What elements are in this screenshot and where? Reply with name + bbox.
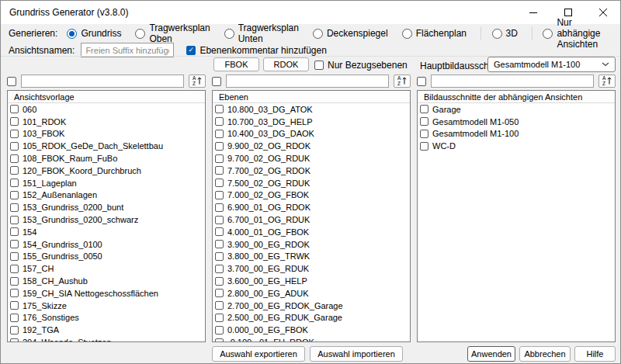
item-checkbox[interactable] [215,227,224,236]
item-checkbox[interactable] [10,227,19,236]
item-checkbox[interactable] [215,179,224,187]
main-crop-dropdown[interactable]: Gesamtmodell M1-100 [487,57,616,72]
item-checkbox[interactable] [10,166,19,175]
list-item[interactable]: 3.700_00_EG_RDUK [213,262,410,275]
item-checkbox[interactable] [10,142,19,151]
level-comment-checkbox[interactable]: Ebenenkommentar hinzufügen [186,45,326,56]
list-item[interactable]: 151_Lageplan [8,177,205,189]
item-checkbox[interactable] [215,265,224,273]
list-item[interactable]: -0.100_-01_FU_RDOK [213,336,410,341]
select-all-checkbox[interactable] [212,77,221,86]
radio-grundriss[interactable]: Grundriss [67,28,121,39]
item-checkbox[interactable] [10,277,19,286]
item-checkbox[interactable] [215,166,224,175]
item-checkbox[interactable] [10,179,19,187]
select-all-checkbox[interactable] [417,77,426,86]
checkbox-box[interactable] [314,61,324,70]
list-item[interactable]: 2.800_00_EG_ADUK [213,287,410,300]
list-item[interactable]: 176_Sonstiges [8,312,205,324]
list-item[interactable]: 103_FBOK [8,128,205,140]
list-item[interactable]: 7.700_02_OG_RDOK [213,165,410,177]
rdok-button[interactable]: RDOK [263,57,309,71]
item-checkbox[interactable] [10,216,19,224]
list-item[interactable]: 7.500_02_OG_RDUK [213,177,410,189]
item-checkbox[interactable] [215,142,224,151]
list-item[interactable]: 10.700_03_DG_HELP [213,116,410,128]
item-checkbox[interactable] [10,130,19,138]
filter-input[interactable] [431,75,594,88]
list-item[interactable]: 10.400_03_DG_DAOK [213,128,410,140]
list-item[interactable]: Garage [418,103,615,116]
cancel-button[interactable]: Abbrechen [519,346,571,362]
list-item[interactable]: 154_Grundriss_0100 [8,238,205,251]
list-item[interactable]: 10.800_03_DG_ATOK [213,103,410,116]
export-selection-button[interactable]: Auswahl exportieren [212,346,305,362]
item-checkbox[interactable] [215,314,224,322]
item-checkbox[interactable] [420,105,428,113]
item-checkbox[interactable] [215,105,224,113]
item-checkbox[interactable] [10,301,19,310]
filter-input[interactable] [21,75,184,88]
list-item[interactable]: 9.700_02_OG_RDUK [213,152,410,165]
list-item[interactable]: 101_RDOK [8,116,205,128]
list-item[interactable]: 158_CH_Aushub [8,275,205,287]
sort-button[interactable]: AZ [598,75,616,88]
item-checkbox[interactable] [10,252,19,261]
item-checkbox[interactable] [10,314,19,322]
radio-3d[interactable]: 3D [492,28,518,39]
item-checkbox[interactable] [10,265,19,273]
select-all-checkbox[interactable] [7,77,16,86]
list-item[interactable]: 7.000_02_OG_FBOK [213,189,410,202]
list-item[interactable]: 157_CH [8,262,205,275]
list-item[interactable]: 2.500_00_EG_RDUK_Garage [213,312,410,324]
fbok-button[interactable]: FBOK [213,57,259,71]
list-item[interactable]: 159_CH_SIA Nettogeschossflächen [8,287,205,300]
list-item[interactable]: 9.900_02_OG_RDOK [213,140,410,152]
list-item[interactable]: 204_Waende_Stuetzen [8,336,205,341]
radio-tragwerksplan-oben[interactable]: Tragwerksplan Oben [135,23,210,44]
item-checkbox[interactable] [215,338,224,341]
list-item[interactable]: 105_RDOK_GeDe_Dach_Skelettbau [8,140,205,152]
import-selection-button[interactable]: Auswahl importieren [310,346,403,362]
radio-fl-chenplan[interactable]: Flächenplan [402,28,467,39]
list-item[interactable]: 6.700_01_OG_RDUK [213,213,410,226]
item-checkbox[interactable] [10,105,19,113]
list-item[interactable]: 2.700_00_EG_RDOK_Garage [213,300,410,312]
list-item[interactable]: 3.800_00_EG_TRWK [213,251,410,263]
item-checkbox[interactable] [215,216,224,224]
list-item[interactable]: 155_Grundriss_0050 [8,251,205,263]
sort-button[interactable]: AZ [394,75,411,88]
list-item[interactable]: 060 [8,103,205,116]
item-checkbox[interactable] [10,117,19,126]
help-button[interactable]: Hilfe [574,346,616,362]
list-item[interactable]: 153_Grundriss_0200_bunt [8,201,205,213]
item-checkbox[interactable] [10,203,19,212]
list-item[interactable]: 152_Außenanlagen [8,189,205,202]
item-checkbox[interactable] [215,277,224,286]
item-checkbox[interactable] [215,240,224,248]
list-item[interactable]: Gesamtmodell M1-050 [418,116,615,128]
item-checkbox[interactable] [420,117,428,126]
item-checkbox[interactable] [10,154,19,163]
item-checkbox[interactable] [420,130,428,138]
list-item[interactable]: WC-D [418,140,615,152]
item-checkbox[interactable] [10,326,19,335]
item-checkbox[interactable] [215,326,224,335]
filter-input[interactable] [226,75,389,88]
list-item[interactable]: 154 [8,226,205,238]
item-checkbox[interactable] [10,289,19,297]
radio-tragwerksplan-unten[interactable]: Tragwerksplan Unten [224,23,299,44]
apply-button[interactable]: Anwenden [467,346,515,362]
list-item[interactable]: 3.600_00_EG_HELP [213,275,410,287]
list-item[interactable]: 175_Skizze [8,300,205,312]
sort-button[interactable]: AZ [189,75,206,88]
list-item[interactable]: 0.000_00_EG_FBOK [213,324,410,336]
item-checkbox[interactable] [10,338,19,341]
item-checkbox[interactable] [215,191,224,199]
list-item[interactable]: 108_FBOK_Raum_FuBo [8,152,205,165]
item-checkbox[interactable] [215,252,224,261]
list-item[interactable]: 153_Grundriss_0200_schwarz [8,213,205,226]
list-item[interactable]: Gesamtmodell M1-100 [418,128,615,140]
item-checkbox[interactable] [215,301,224,310]
only-datum-levels-checkbox[interactable]: Nur Bezugsebenen [314,60,408,71]
